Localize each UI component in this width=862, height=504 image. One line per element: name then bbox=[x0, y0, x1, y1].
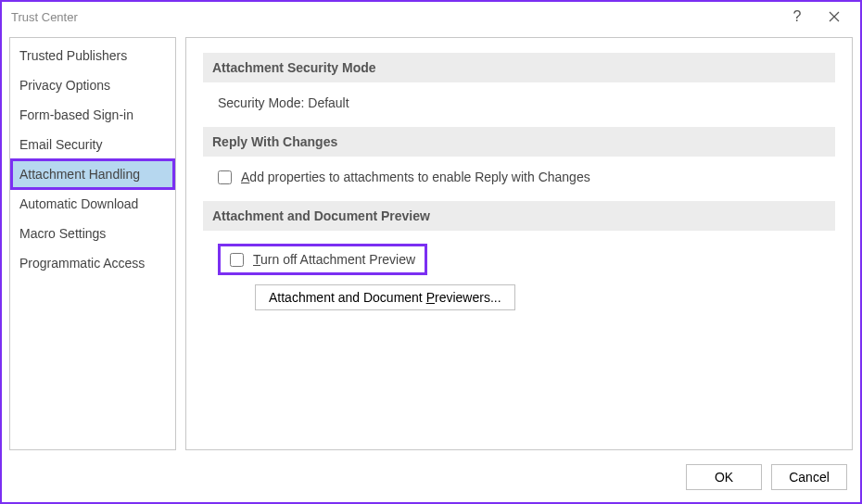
sidebar-item-label: Trusted Publishers bbox=[19, 48, 127, 63]
sidebar-item-privacy-options[interactable]: Privacy Options bbox=[12, 71, 173, 99]
section-body-attachment-preview: Turn off Attachment Preview Attachment a… bbox=[203, 240, 835, 327]
help-button[interactable]: ? bbox=[779, 4, 816, 30]
sidebar-item-label: Form-based Sign-in bbox=[19, 107, 133, 122]
sidebar-item-email-security[interactable]: Email Security bbox=[12, 131, 173, 158]
sidebar-item-label: Automatic Download bbox=[19, 196, 138, 211]
dialog-body: Trusted Publishers Privacy Options Form-… bbox=[2, 32, 860, 460]
window-title: Trust Center bbox=[11, 10, 779, 24]
sidebar-item-label: Email Security bbox=[19, 137, 102, 152]
sidebar-item-label: Attachment Handling bbox=[19, 167, 140, 182]
security-mode-value: Default bbox=[308, 95, 349, 110]
section-header-reply-with-changes: Reply With Changes bbox=[203, 127, 835, 157]
previewers-button[interactable]: Attachment and Document Previewers... bbox=[255, 284, 515, 310]
security-mode-label: Security Mode: bbox=[218, 95, 304, 110]
checkbox-add-properties-label: Add properties to attachments to enable … bbox=[241, 170, 590, 184]
checkbox-turn-off-preview[interactable]: Turn off Attachment Preview bbox=[230, 252, 415, 267]
dialog-footer: OK Cancel bbox=[2, 460, 860, 502]
checkbox-add-properties-input[interactable] bbox=[218, 170, 232, 184]
sidebar-item-label: Macro Settings bbox=[19, 226, 106, 241]
sidebar-item-macro-settings[interactable]: Macro Settings bbox=[12, 220, 173, 247]
section-header-attachment-security-mode: Attachment Security Mode bbox=[203, 53, 835, 82]
checkbox-turn-off-preview-label: Turn off Attachment Preview bbox=[253, 252, 415, 267]
sidebar-item-label: Privacy Options bbox=[19, 78, 110, 93]
section-body-attachment-security-mode: Security Mode: Default bbox=[203, 92, 835, 127]
trust-center-dialog: Trust Center ? Trusted Publishers Privac… bbox=[0, 0, 862, 504]
close-icon bbox=[829, 11, 840, 22]
content-pane: Attachment Security Mode Security Mode: … bbox=[185, 37, 853, 450]
section-header-attachment-preview: Attachment and Document Preview bbox=[203, 201, 835, 231]
sidebar-item-form-based-sign-in[interactable]: Form-based Sign-in bbox=[12, 101, 173, 129]
sidebar-item-automatic-download[interactable]: Automatic Download bbox=[12, 190, 173, 218]
ok-button[interactable]: OK bbox=[686, 464, 762, 490]
section-body-reply-with-changes: Add properties to attachments to enable … bbox=[203, 166, 835, 201]
cancel-button[interactable]: Cancel bbox=[771, 464, 847, 490]
sidebar-item-label: Programmatic Access bbox=[19, 256, 145, 271]
titlebar: Trust Center ? bbox=[2, 2, 860, 32]
checkbox-add-properties[interactable]: Add properties to attachments to enable … bbox=[218, 170, 835, 184]
highlight-turn-off-preview: Turn off Attachment Preview bbox=[218, 244, 427, 275]
sidebar-item-trusted-publishers[interactable]: Trusted Publishers bbox=[12, 42, 173, 69]
close-button[interactable] bbox=[816, 4, 853, 30]
checkbox-turn-off-preview-input[interactable] bbox=[230, 253, 244, 267]
sidebar-item-attachment-handling[interactable]: Attachment Handling bbox=[12, 160, 173, 188]
sidebar: Trusted Publishers Privacy Options Form-… bbox=[9, 37, 176, 450]
sidebar-item-programmatic-access[interactable]: Programmatic Access bbox=[12, 249, 173, 277]
